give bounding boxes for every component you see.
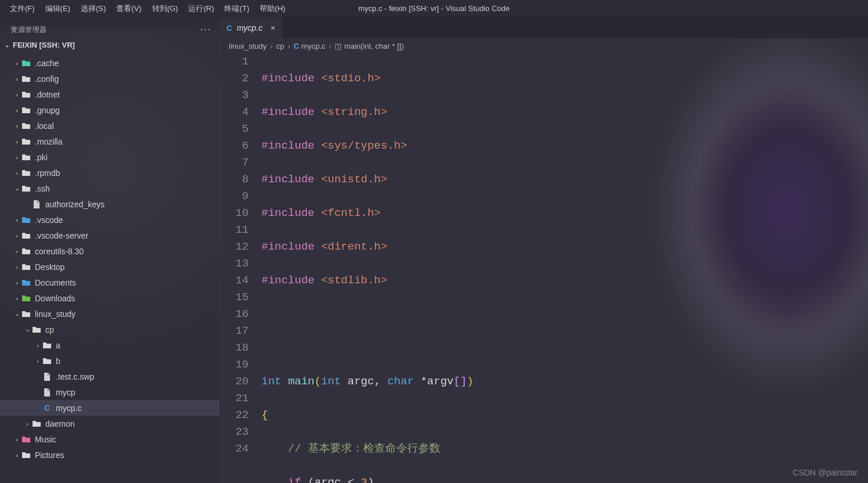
project-name: FEIXIN [SSH: VR]: [13, 41, 75, 49]
close-icon[interactable]: ×: [271, 23, 275, 33]
tab-bar: C mycp.c ×: [220, 17, 868, 38]
chevron-icon: ›: [23, 420, 31, 427]
tree-item-a[interactable]: ›a: [0, 337, 220, 353]
tab-mycp-c[interactable]: C mycp.c ×: [220, 17, 283, 38]
breadcrumb-part[interactable]: cp: [276, 42, 284, 51]
tree-item--mozilla[interactable]: ›.mozilla: [0, 134, 220, 149]
tree-item-b[interactable]: ›b: [0, 353, 220, 369]
menu-go[interactable]: 转到(G): [147, 0, 184, 17]
chevron-icon: ›: [13, 279, 21, 286]
tree-item-mycp[interactable]: mycp: [0, 384, 220, 400]
watermark: CSDN @paintstar: [793, 468, 858, 477]
folder-icon: [21, 105, 31, 116]
tree-label: .test.c.swp: [56, 372, 220, 381]
folder-icon: [21, 136, 31, 147]
tree-item--vscode-server[interactable]: ›.vscode-server: [0, 228, 220, 243]
tree-item-cp[interactable]: ⌄cp: [0, 322, 220, 337]
tree-item--ssh[interactable]: ⌄.ssh: [0, 181, 220, 196]
tree-label: Documents: [35, 278, 220, 287]
explorer-more-icon[interactable]: ···: [200, 24, 211, 35]
folder-icon: [21, 277, 31, 288]
menu-selection[interactable]: 选择(S): [76, 0, 111, 17]
menu-view[interactable]: 查看(V): [111, 0, 146, 17]
folder-icon: [21, 450, 31, 460]
tree-item-coreutils-8-30[interactable]: ›coreutils-8.30: [0, 243, 220, 259]
tree-item-authorized-keys[interactable]: authorized_keys: [0, 196, 220, 212]
breadcrumb-part[interactable]: linux_study: [229, 42, 267, 51]
menu-terminal[interactable]: 终端(T): [219, 0, 254, 17]
chevron-icon: ›: [34, 358, 42, 365]
tree-item--dotnet[interactable]: ›.dotnet: [0, 86, 220, 102]
tree-item-linux-study[interactable]: ⌄linux_study: [0, 306, 220, 322]
code-content[interactable]: #include <stdio.h> #include <string.h> #…: [261, 53, 868, 483]
tree-item-documents[interactable]: ›Documents: [0, 275, 220, 290]
tree-item--cache[interactable]: ›.cache: [0, 55, 220, 71]
chevron-icon: ›: [13, 232, 21, 239]
chevron-icon: ›: [13, 154, 21, 161]
tree-label: b: [56, 356, 220, 366]
folder-icon: [21, 230, 31, 241]
menu-file[interactable]: 文件(F): [5, 0, 40, 17]
folder-icon: [21, 262, 31, 272]
menu-help[interactable]: 帮助(H): [254, 0, 290, 17]
chevron-icon: ›: [13, 75, 21, 82]
tree-item-daemon[interactable]: ›daemon: [0, 416, 220, 431]
tree-label: linux_study: [35, 309, 220, 319]
line-gutter: 123456789101112131415161718192021222324: [220, 53, 261, 483]
c-file-icon: C: [227, 24, 232, 33]
tree-item-desktop[interactable]: ›Desktop: [0, 259, 220, 275]
folder-icon: [42, 340, 52, 351]
chevron-icon: ›: [13, 264, 21, 271]
file-icon: [42, 372, 52, 382]
tree-label: .config: [35, 74, 220, 84]
menu-edit[interactable]: 编辑(E): [40, 0, 76, 17]
tree-item-pictures[interactable]: ›Pictures: [0, 447, 220, 463]
tree-item--pki[interactable]: ›.pki: [0, 149, 220, 165]
tree-item-mycp-c[interactable]: Cmycp.c: [0, 400, 220, 416]
breadcrumb[interactable]: linux_study › cp › C mycp.c › ◫ main(int…: [220, 38, 868, 53]
folder-icon: [31, 419, 42, 429]
tree-item-music[interactable]: ›Music: [0, 431, 220, 447]
explorer-title: 资源管理器: [10, 25, 47, 35]
menu-run[interactable]: 运行(R): [183, 0, 219, 17]
breadcrumb-part[interactable]: mycp.c: [302, 42, 325, 51]
tree-label: a: [56, 341, 220, 350]
explorer-sidebar: 资源管理器 ··· ⌄ FEIXIN [SSH: VR] ›.cache›.co…: [0, 17, 220, 483]
tree-label: .ssh: [35, 184, 220, 193]
breadcrumb-part[interactable]: main(int, char * []): [344, 42, 404, 51]
c-file-icon: C: [42, 403, 52, 413]
tree-label: .rpmdb: [35, 168, 220, 178]
tree-item--vscode[interactable]: ›.vscode: [0, 212, 220, 228]
tree-item-downloads[interactable]: ›Downloads: [0, 290, 220, 306]
chevron-icon: ⌄: [13, 185, 21, 192]
folder-icon: [21, 121, 31, 131]
window-title: mycp.c - feixin [SSH: vr] - Visual Studi…: [358, 4, 510, 13]
chevron-icon: ›: [13, 122, 21, 129]
tree-label: .pki: [35, 153, 220, 162]
file-icon: [42, 387, 52, 398]
tree-item--gnupg[interactable]: ›.gnupg: [0, 102, 220, 118]
folder-icon: [21, 74, 31, 84]
tree-item--rpmdb[interactable]: ›.rpmdb: [0, 165, 220, 181]
chevron-icon: ⌄: [23, 326, 31, 333]
chevron-icon: ›: [13, 138, 21, 145]
chevron-icon: ›: [13, 60, 21, 67]
chevron-icon: ›: [13, 452, 21, 459]
code-editor[interactable]: 123456789101112131415161718192021222324 …: [220, 53, 868, 483]
tree-item--test-c-swp[interactable]: .test.c.swp: [0, 369, 220, 384]
folder-icon: [21, 58, 31, 69]
file-icon: [31, 199, 42, 210]
project-header[interactable]: ⌄ FEIXIN [SSH: VR]: [0, 38, 220, 52]
editor-area: C mycp.c × linux_study › cp › C mycp.c ›…: [220, 17, 868, 483]
tree-item--config[interactable]: ›.config: [0, 71, 220, 86]
folder-icon: [21, 309, 31, 319]
tree-item--local[interactable]: ›.local: [0, 118, 220, 134]
tree-label: .mozilla: [35, 137, 220, 146]
chevron-icon: ›: [13, 436, 21, 443]
c-file-icon: C: [293, 42, 299, 51]
file-tree: ›.cache›.config›.dotnet›.gnupg›.local›.m…: [0, 52, 220, 463]
tree-label: .vscode: [35, 215, 220, 225]
chevron-icon: ›: [34, 342, 42, 349]
folder-icon: [21, 152, 31, 163]
folder-icon: [21, 183, 31, 194]
